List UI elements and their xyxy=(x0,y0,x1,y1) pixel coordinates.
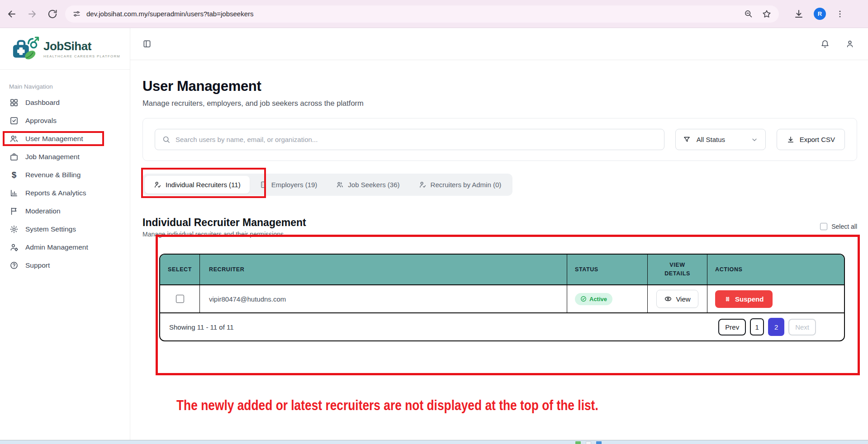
sidebar-item-support[interactable]: Support xyxy=(8,256,130,274)
select-all-label: Select all xyxy=(831,223,857,230)
tab-label: Individual Recruiters (11) xyxy=(166,181,241,189)
tab-employers[interactable]: Employers (19) xyxy=(251,176,327,194)
search-input[interactable] xyxy=(175,136,657,143)
section-subtitle: Manage individual recruiters and their p… xyxy=(142,231,306,238)
tab-recruiters-by-admin[interactable]: Recruiters by Admin (0) xyxy=(410,176,511,194)
user-type-tabs: Individual Recruiters (11) Employers (19… xyxy=(142,174,512,196)
tab-label: Recruiters by Admin (0) xyxy=(431,181,502,189)
gear-icon xyxy=(9,225,19,234)
section-header: Individual Recruiter Management Manage i… xyxy=(142,217,857,238)
sidebar-item-label: Admin Management xyxy=(25,243,88,251)
table-pagination-row: Showing 11 - 11 of 11 Prev 1 2 Next xyxy=(160,313,844,340)
logo[interactable]: JobSihat HEALTHCARE CAREERS PLATFORM xyxy=(0,28,130,70)
sidebar-item-job-management[interactable]: Job Management xyxy=(8,148,130,166)
export-csv-label: Export CSV xyxy=(800,136,835,143)
sidebar-item-reports-analytics[interactable]: Reports & Analytics xyxy=(8,184,130,202)
sidebar-item-label: System Settings xyxy=(25,225,76,233)
download-icon xyxy=(787,136,795,144)
zoom-out-icon[interactable] xyxy=(744,9,753,19)
page-1-button[interactable]: 1 xyxy=(750,318,764,335)
status-badge: Active xyxy=(575,293,612,305)
sidebar-item-approvals[interactable]: Approvals xyxy=(8,112,130,130)
pause-icon xyxy=(724,296,731,302)
page-subtitle: Manage recruiters, employers, and job se… xyxy=(142,99,857,108)
tab-individual-recruiters[interactable]: Individual Recruiters (11) xyxy=(145,176,250,194)
taskbar-icon xyxy=(575,441,581,444)
annotation-note: The newly added or latest recruiters are… xyxy=(176,397,598,414)
bookmark-star-icon[interactable] xyxy=(762,9,772,19)
person-check-icon xyxy=(419,181,427,189)
browser-reload-icon[interactable] xyxy=(47,9,58,19)
sidebar-item-label: Approvals xyxy=(25,117,57,125)
downloads-icon[interactable] xyxy=(793,9,804,19)
pager: Prev 1 2 Next xyxy=(718,318,835,336)
dollar-icon: $ xyxy=(9,170,19,180)
status-filter-dropdown[interactable]: All Status xyxy=(675,129,766,150)
sidebar-item-admin-management[interactable]: Admin Management xyxy=(8,238,130,256)
view-button[interactable]: View xyxy=(656,290,698,308)
sidebar-nav: Main Navigation Dashboard Approvals User… xyxy=(0,70,130,274)
chevron-down-icon xyxy=(751,136,758,143)
sidebar-item-revenue-billing[interactable]: $ Revenue & Billing xyxy=(8,166,130,184)
check-circle-icon xyxy=(580,296,587,302)
tab-label: Job Seekers (36) xyxy=(348,181,399,189)
sidebar-item-label: Job Management xyxy=(25,153,80,161)
section-title: Individual Recruiter Management xyxy=(142,217,306,229)
page-title: User Management xyxy=(142,78,857,94)
column-header-status: Status xyxy=(567,255,648,284)
sidebar-item-label: Moderation xyxy=(25,207,61,215)
check-square-icon xyxy=(9,116,19,125)
browser-chrome: dev.jobsihat.com.my/superadmin/users?tab… xyxy=(0,0,868,28)
sidebar-item-dashboard[interactable]: Dashboard xyxy=(8,94,130,112)
suspend-button[interactable]: Suspend xyxy=(715,290,773,308)
tab-job-seekers[interactable]: Job Seekers (36) xyxy=(327,176,408,194)
sidebar-item-label: Support xyxy=(25,261,50,269)
sidebar-item-label: Revenue & Billing xyxy=(25,171,81,179)
search-icon xyxy=(162,135,171,144)
browser-back-icon[interactable] xyxy=(6,9,17,19)
next-page-button[interactable]: Next xyxy=(788,319,816,335)
eye-icon xyxy=(664,295,672,303)
row-checkbox[interactable] xyxy=(176,295,184,303)
taskbar-icon xyxy=(586,441,591,444)
column-header-view-details: View Details xyxy=(648,255,707,284)
sidebar: JobSihat HEALTHCARE CAREERS PLATFORM Mai… xyxy=(0,28,130,440)
sidebar-item-label: Dashboard xyxy=(25,99,60,107)
taskbar-edge xyxy=(0,440,868,444)
select-all-checkbox[interactable] xyxy=(820,223,827,230)
pagination-summary: Showing 11 - 11 of 11 xyxy=(169,323,234,331)
browser-profile-avatar[interactable]: R xyxy=(814,8,826,20)
notifications-bell-icon[interactable] xyxy=(821,39,830,48)
search-box xyxy=(155,129,664,150)
select-all-control[interactable]: Select all xyxy=(820,223,857,230)
address-bar[interactable]: dev.jobsihat.com.my/superadmin/users?tab… xyxy=(65,5,779,23)
column-header-recruiter: Recruiter xyxy=(200,255,567,284)
logo-tagline: HEALTHCARE CAREERS PLATFORM xyxy=(43,54,120,58)
sidebar-item-system-settings[interactable]: System Settings xyxy=(8,220,130,238)
site-settings-icon[interactable] xyxy=(72,9,81,18)
recruiter-email: vipir80474@hutudns.com xyxy=(209,295,286,303)
browser-forward-icon[interactable] xyxy=(27,9,38,19)
tab-label: Employers (19) xyxy=(271,181,318,189)
taskbar-icon xyxy=(596,441,602,444)
admin-user-gear-icon xyxy=(9,243,19,252)
bar-chart-icon xyxy=(9,189,19,198)
profile-icon[interactable] xyxy=(845,39,854,48)
page-content: User Management Manage recruiters, emplo… xyxy=(130,60,868,341)
main-area: User Management Manage recruiters, emplo… xyxy=(130,28,868,440)
users-icon xyxy=(9,134,19,143)
nav-section-label: Main Navigation xyxy=(8,83,130,90)
search-toolbar-card: All Status Export CSV xyxy=(142,118,857,161)
browser-menu-icon[interactable] xyxy=(835,9,844,19)
sidebar-toggle-icon[interactable] xyxy=(142,39,152,48)
table-header-row: Select Recruiter Status View Details Act… xyxy=(160,255,844,285)
page-2-button[interactable]: 2 xyxy=(768,318,784,336)
export-csv-button[interactable]: Export CSV xyxy=(777,129,845,150)
prev-page-button[interactable]: Prev xyxy=(718,319,746,335)
sidebar-item-user-management[interactable]: User Management xyxy=(8,130,130,148)
url-text: dev.jobsihat.com.my/superadmin/users?tab… xyxy=(86,10,254,18)
sidebar-item-moderation[interactable]: Moderation xyxy=(8,202,130,220)
column-header-actions: Actions xyxy=(707,255,844,284)
users-group-icon xyxy=(336,181,344,189)
sidebar-item-label: Reports & Analytics xyxy=(25,189,86,197)
